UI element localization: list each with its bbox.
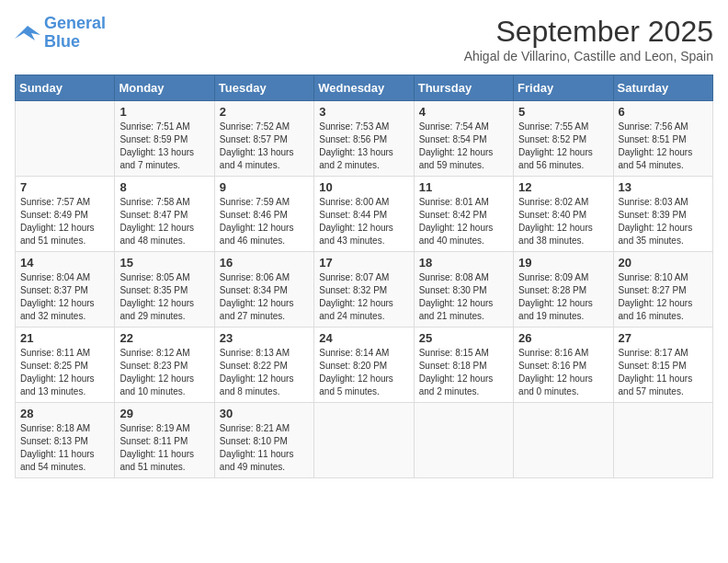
day-cell: 20Sunrise: 8:10 AM Sunset: 8:27 PM Dayli… [613,252,712,327]
page-header: General Blue September 2025 Ahigal de Vi… [15,15,713,63]
week-row-5: 28Sunrise: 8:18 AM Sunset: 8:13 PM Dayli… [16,403,713,478]
day-cell [314,403,414,478]
day-info: Sunrise: 8:13 AM Sunset: 8:22 PM Dayligh… [220,347,309,398]
day-info: Sunrise: 8:06 AM Sunset: 8:34 PM Dayligh… [220,271,309,323]
day-cell: 5Sunrise: 7:55 AM Sunset: 8:52 PM Daylig… [514,101,613,177]
header-row: SundayMondayTuesdayWednesdayThursdayFrid… [16,75,713,101]
logo-text: General Blue [44,15,106,52]
day-info: Sunrise: 7:53 AM Sunset: 8:56 PM Dayligh… [319,121,408,172]
day-number: 22 [119,331,209,345]
day-number: 15 [119,256,209,270]
week-row-4: 21Sunrise: 8:11 AM Sunset: 8:25 PM Dayli… [16,327,713,403]
day-cell: 16Sunrise: 8:06 AM Sunset: 8:34 PM Dayli… [214,252,313,327]
day-cell: 26Sunrise: 8:16 AM Sunset: 8:16 PM Dayli… [514,327,613,403]
day-number: 18 [419,256,508,270]
day-info: Sunrise: 8:04 AM Sunset: 8:37 PM Dayligh… [20,271,109,323]
header-cell-wednesday: Wednesday [314,75,414,101]
day-info: Sunrise: 8:00 AM Sunset: 8:44 PM Dayligh… [319,196,408,247]
day-cell [16,101,115,177]
header-cell-friday: Friday [514,75,613,101]
day-info: Sunrise: 8:02 AM Sunset: 8:40 PM Dayligh… [518,196,608,247]
day-number: 26 [518,331,608,345]
day-cell: 10Sunrise: 8:00 AM Sunset: 8:44 PM Dayli… [314,177,414,252]
calendar-body: 1Sunrise: 7:51 AM Sunset: 8:59 PM Daylig… [16,101,713,478]
day-number: 4 [419,105,508,119]
month-year: September 2025 [464,15,713,49]
day-number: 25 [419,331,508,345]
day-cell: 30Sunrise: 8:21 AM Sunset: 8:10 PM Dayli… [214,403,313,478]
day-info: Sunrise: 7:56 AM Sunset: 8:51 PM Dayligh… [619,121,708,172]
day-info: Sunrise: 7:57 AM Sunset: 8:49 PM Dayligh… [20,196,109,247]
day-number: 21 [20,331,109,345]
day-number: 16 [220,256,309,270]
day-cell: 15Sunrise: 8:05 AM Sunset: 8:35 PM Dayli… [115,252,214,327]
calendar-table: SundayMondayTuesdayWednesdayThursdayFrid… [15,75,713,478]
day-info: Sunrise: 8:14 AM Sunset: 8:20 PM Dayligh… [319,347,408,398]
day-info: Sunrise: 8:16 AM Sunset: 8:16 PM Dayligh… [518,347,608,398]
day-cell: 23Sunrise: 8:13 AM Sunset: 8:22 PM Dayli… [214,327,313,403]
day-info: Sunrise: 8:08 AM Sunset: 8:30 PM Dayligh… [419,271,508,323]
day-cell: 13Sunrise: 8:03 AM Sunset: 8:39 PM Dayli… [613,177,712,252]
day-number: 8 [119,180,209,194]
header-cell-saturday: Saturday [613,75,712,101]
day-cell: 7Sunrise: 7:57 AM Sunset: 8:49 PM Daylig… [16,177,115,252]
day-number: 20 [619,256,708,270]
day-cell: 6Sunrise: 7:56 AM Sunset: 8:51 PM Daylig… [613,101,712,177]
day-number: 10 [319,180,408,194]
day-cell: 27Sunrise: 8:17 AM Sunset: 8:15 PM Dayli… [613,327,712,403]
day-cell: 28Sunrise: 8:18 AM Sunset: 8:13 PM Dayli… [16,403,115,478]
header-cell-monday: Monday [115,75,214,101]
location: Ahigal de Villarino, Castille and Leon, … [464,49,713,63]
day-number: 23 [220,331,309,345]
day-cell: 21Sunrise: 8:11 AM Sunset: 8:25 PM Dayli… [16,327,115,403]
day-info: Sunrise: 8:12 AM Sunset: 8:23 PM Dayligh… [119,347,209,398]
day-cell [514,403,613,478]
day-info: Sunrise: 8:03 AM Sunset: 8:39 PM Dayligh… [619,196,708,247]
day-info: Sunrise: 8:18 AM Sunset: 8:13 PM Dayligh… [20,422,109,474]
day-info: Sunrise: 8:21 AM Sunset: 8:10 PM Dayligh… [220,422,309,474]
day-number: 19 [518,256,608,270]
day-number: 5 [518,105,608,119]
day-info: Sunrise: 8:05 AM Sunset: 8:35 PM Dayligh… [119,271,209,323]
day-number: 28 [20,407,109,420]
day-number: 12 [518,180,608,194]
day-info: Sunrise: 7:55 AM Sunset: 8:52 PM Dayligh… [518,121,608,172]
day-info: Sunrise: 7:54 AM Sunset: 8:54 PM Dayligh… [419,121,508,172]
day-cell: 25Sunrise: 8:15 AM Sunset: 8:18 PM Dayli… [414,327,513,403]
day-number: 6 [619,105,708,119]
week-row-1: 1Sunrise: 7:51 AM Sunset: 8:59 PM Daylig… [16,101,713,177]
day-cell: 14Sunrise: 8:04 AM Sunset: 8:37 PM Dayli… [16,252,115,327]
day-number: 2 [220,105,309,119]
day-cell: 11Sunrise: 8:01 AM Sunset: 8:42 PM Dayli… [414,177,513,252]
week-row-3: 14Sunrise: 8:04 AM Sunset: 8:37 PM Dayli… [16,252,713,327]
logo: General Blue [15,15,106,52]
day-cell: 12Sunrise: 8:02 AM Sunset: 8:40 PM Dayli… [514,177,613,252]
day-number: 1 [119,105,209,119]
day-number: 29 [119,407,209,420]
day-cell [414,403,513,478]
header-cell-sunday: Sunday [16,75,115,101]
logo-line2: Blue [44,32,80,51]
day-number: 17 [319,256,408,270]
day-info: Sunrise: 8:15 AM Sunset: 8:18 PM Dayligh… [419,347,508,398]
day-cell: 22Sunrise: 8:12 AM Sunset: 8:23 PM Dayli… [115,327,214,403]
day-cell [613,403,712,478]
header-cell-thursday: Thursday [414,75,513,101]
day-cell: 4Sunrise: 7:54 AM Sunset: 8:54 PM Daylig… [414,101,513,177]
day-info: Sunrise: 8:10 AM Sunset: 8:27 PM Dayligh… [619,271,708,323]
day-cell: 24Sunrise: 8:14 AM Sunset: 8:20 PM Dayli… [314,327,414,403]
day-cell: 3Sunrise: 7:53 AM Sunset: 8:56 PM Daylig… [314,101,414,177]
day-cell: 18Sunrise: 8:08 AM Sunset: 8:30 PM Dayli… [414,252,513,327]
day-info: Sunrise: 8:17 AM Sunset: 8:15 PM Dayligh… [619,347,708,398]
day-number: 3 [319,105,408,119]
day-info: Sunrise: 7:58 AM Sunset: 8:47 PM Dayligh… [119,196,209,247]
day-cell: 9Sunrise: 7:59 AM Sunset: 8:46 PM Daylig… [214,177,313,252]
logo-icon [15,22,40,44]
calendar-header: SundayMondayTuesdayWednesdayThursdayFrid… [16,75,713,101]
day-number: 7 [20,180,109,194]
header-cell-tuesday: Tuesday [214,75,313,101]
week-row-2: 7Sunrise: 7:57 AM Sunset: 8:49 PM Daylig… [16,177,713,252]
day-info: Sunrise: 8:01 AM Sunset: 8:42 PM Dayligh… [419,196,508,247]
logo-line1: General [44,14,106,32]
day-cell: 19Sunrise: 8:09 AM Sunset: 8:28 PM Dayli… [514,252,613,327]
